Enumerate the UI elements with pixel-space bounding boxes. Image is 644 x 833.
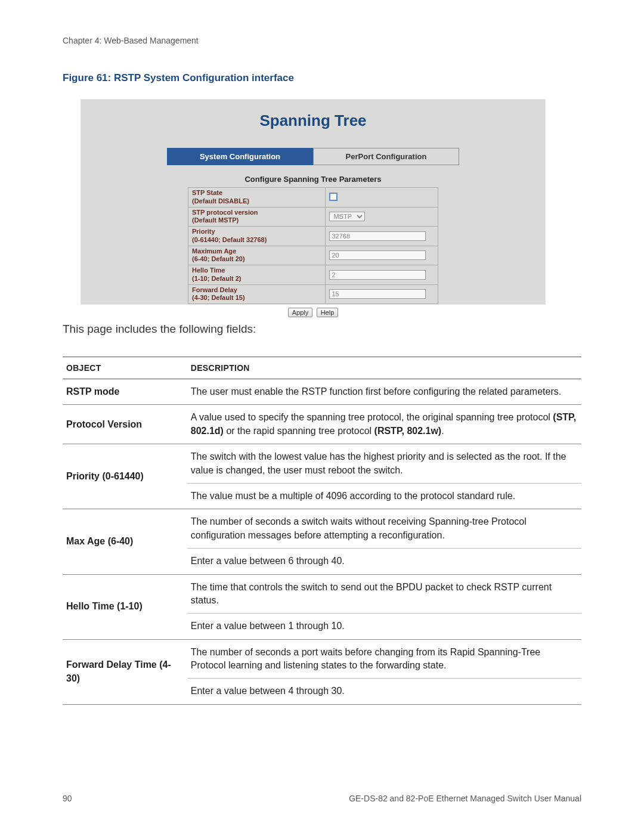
config-row-hello-time: Hello Time (1-10; Default 2) <box>188 265 438 285</box>
hello-time-input[interactable] <box>329 270 426 280</box>
table-row: Max Age (6-40) The number of seconds a s… <box>63 509 581 549</box>
screenshot-title: Spanning Tree <box>105 112 521 130</box>
apply-button[interactable]: Apply <box>288 308 313 317</box>
table-row: Priority (0-61440) The switch with the l… <box>63 444 581 484</box>
config-row-forward-delay: Forward Delay (4-30; Default 15) <box>188 284 438 304</box>
config-label: Forward Delay <box>192 286 237 293</box>
config-label: STP State <box>192 189 222 196</box>
figure-caption: Figure 61: RSTP System Configuration int… <box>63 72 581 84</box>
config-section-header: Configure Spanning Tree Parameters <box>188 172 438 187</box>
tab-row: System Configuration PerPort Configurati… <box>167 148 459 165</box>
description-table: OBJECT DESCRIPTION RSTP mode The user mu… <box>63 357 581 705</box>
stp-state-checkbox[interactable] <box>329 193 338 201</box>
config-label: Hello Time <box>192 267 225 274</box>
page-number: 90 <box>63 794 72 803</box>
config-sublabel: (Default DISABLE) <box>192 197 249 205</box>
config-label: STP protocol version <box>192 209 258 216</box>
desc-forward-delay-1: The number of seconds a port waits befor… <box>187 639 581 679</box>
config-label: Priority <box>192 228 215 235</box>
table-row: Protocol Version A value used to specify… <box>63 405 581 444</box>
config-sublabel: (0-61440; Default 32768) <box>192 236 267 243</box>
tab-system-configuration[interactable]: System Configuration <box>167 148 313 165</box>
config-table: STP State (Default DISABLE) STP protocol… <box>188 187 438 304</box>
col-header-description: DESCRIPTION <box>187 357 581 379</box>
stp-protocol-select[interactable]: MSTP <box>329 212 365 221</box>
config-sublabel: (6-40; Default 20) <box>192 255 245 262</box>
table-row: Hello Time (1-10) The time that controls… <box>63 574 581 614</box>
max-age-input[interactable] <box>329 250 426 260</box>
obj-max-age: Max Age (6-40) <box>63 509 187 574</box>
intro-text: This page includes the following fields: <box>63 323 581 336</box>
chapter-header: Chapter 4: Web-Based Management <box>63 36 581 45</box>
config-sublabel: (Default MSTP) <box>192 216 239 224</box>
table-row: RSTP mode The user must enable the RSTP … <box>63 379 581 405</box>
config-row-stp-protocol: STP protocol version (Default MSTP) MSTP <box>188 207 438 227</box>
tab-perport-configuration[interactable]: PerPort Configuration <box>313 148 459 165</box>
config-row-stp-state: STP State (Default DISABLE) <box>188 188 438 208</box>
desc-priority-1: The switch with the lowest value has the… <box>187 444 581 484</box>
manual-title: GE-DS-82 and 82-PoE Ethernet Managed Swi… <box>349 794 581 803</box>
desc-hello-time-1: The time that controls the switch to sen… <box>187 574 581 614</box>
priority-input[interactable] <box>329 231 426 241</box>
config-row-max-age: Maximum Age (6-40; Default 20) <box>188 246 438 265</box>
help-button[interactable]: Help <box>317 308 339 317</box>
desc-max-age-1: The number of seconds a switch waits wit… <box>187 509 581 549</box>
screenshot-panel: Spanning Tree System Configuration PerPo… <box>80 99 546 305</box>
desc-protocol-version: A value used to specify the spanning tre… <box>187 405 581 444</box>
desc-priority-2: The value must be a multiple of 4096 acc… <box>187 483 581 509</box>
col-header-object: OBJECT <box>63 357 187 379</box>
config-sublabel: (4-30; Default 15) <box>192 294 245 301</box>
obj-forward-delay: Forward Delay Time (4-30) <box>63 639 187 704</box>
desc-hello-time-2: Enter a value between 1 through 10. <box>187 614 581 639</box>
page-footer: 90 GE-DS-82 and 82-PoE Ethernet Managed … <box>63 794 581 803</box>
forward-delay-input[interactable] <box>329 289 426 299</box>
desc-max-age-2: Enter a value between 6 through 40. <box>187 549 581 574</box>
desc-rstp-mode: The user must enable the RSTP function f… <box>187 379 581 405</box>
table-row: Forward Delay Time (4-30) The number of … <box>63 639 581 679</box>
config-row-priority: Priority (0-61440; Default 32768) <box>188 227 438 246</box>
obj-protocol-version: Protocol Version <box>63 405 187 444</box>
desc-forward-delay-2: Enter a value between 4 through 30. <box>187 679 581 704</box>
obj-hello-time: Hello Time (1-10) <box>63 574 187 639</box>
config-sublabel: (1-10; Default 2) <box>192 275 242 282</box>
config-label: Maximum Age <box>192 247 236 255</box>
obj-rstp-mode: RSTP mode <box>63 379 187 405</box>
obj-priority: Priority (0-61440) <box>63 444 187 509</box>
